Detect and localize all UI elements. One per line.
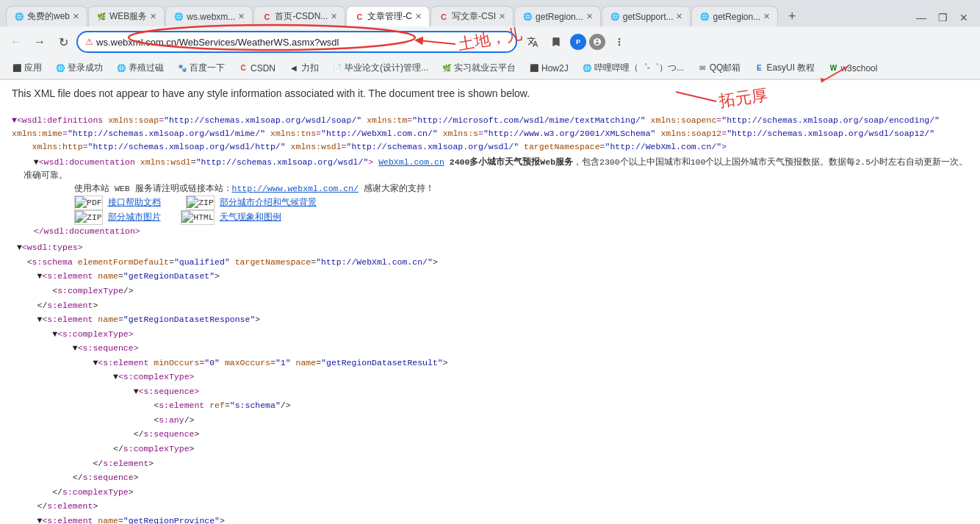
tab-2-label: WEB服务 xyxy=(109,10,147,23)
bookmark-job-label: 实习就业云平台 xyxy=(454,62,516,74)
csdn-icon: C xyxy=(238,63,248,73)
login-icon: 🌐 xyxy=(55,63,65,73)
restore-icon[interactable]: ❐ xyxy=(938,12,948,24)
tab-2-close[interactable]: ✕ xyxy=(150,12,156,21)
tab-9-close[interactable]: ✕ xyxy=(763,12,770,21)
bookmark-job[interactable]: 🌿 实习就业云平台 xyxy=(436,60,522,76)
bookmark-farming[interactable]: 🌐 养殖过磁 xyxy=(110,60,170,76)
extensions-area: P xyxy=(570,34,605,50)
translate-icon[interactable] xyxy=(523,32,542,51)
tab-1-favicon: 🌐 xyxy=(14,12,24,22)
bookmark-qqmail[interactable]: ✉ QQ邮箱 xyxy=(691,60,747,76)
insecure-icon: ⚠ xyxy=(85,37,93,47)
new-tab-button[interactable]: + xyxy=(782,6,802,26)
bookmark-w3school[interactable]: W w3school xyxy=(822,62,883,75)
bookmarks-bar: ⬛ 应用 🌐 登录成功 🌐 养殖过磁 🐾 百度一下 C CSDN ◀ 力扣 📄 … xyxy=(0,57,980,79)
bookmark-apps[interactable]: ⬛ 应用 xyxy=(6,60,48,76)
tab-9-label: getRegion... xyxy=(713,12,760,22)
bookmark-easyui-label: EasyUI 教程 xyxy=(766,62,815,74)
thesis-icon: 📄 xyxy=(332,63,342,73)
tab-8-label: getSupport... xyxy=(623,12,674,22)
bilibili-icon: 🌐 xyxy=(582,63,592,73)
extension-icon-2[interactable] xyxy=(589,34,605,50)
toolbar-right: P xyxy=(523,32,629,51)
tab-2-favicon: 🌿 xyxy=(96,12,107,22)
extension-icon-1[interactable]: P xyxy=(570,34,586,50)
menu-icon[interactable] xyxy=(610,32,629,51)
forward-button[interactable]: → xyxy=(29,32,50,52)
tab-4[interactable]: C 首页-CSDN... ✕ xyxy=(253,6,345,26)
tab-5[interactable]: C 文章管理-C ✕ xyxy=(346,6,430,26)
baidu-icon: 🐾 xyxy=(177,63,187,73)
tab-6-label: 写文章-CSI xyxy=(452,10,496,23)
tab-7-close[interactable]: ✕ xyxy=(586,12,593,21)
wsdl-definitions-tag: ▼<wsdl:definitions xmlns:soap="http://sc… xyxy=(12,114,968,153)
back-button[interactable]: ← xyxy=(6,32,26,52)
bookmark-how2j[interactable]: ⬛ How2J xyxy=(523,62,574,75)
easyui-icon: E xyxy=(754,63,764,73)
tab-8-favicon: 🌐 xyxy=(610,12,620,22)
bookmark-farming-label: 养殖过磁 xyxy=(129,62,164,74)
tab-6[interactable]: C 写文章-CSI ✕ xyxy=(430,6,514,26)
tab-8[interactable]: 🌐 getSupport... ✕ xyxy=(602,6,691,26)
bookmark-thesis[interactable]: 📄 毕业论文(设计)管理... xyxy=(326,60,434,76)
xml-content: ▼<wsdl:definitions xmlns:soap="http://sc… xyxy=(12,114,968,524)
tab-6-favicon: C xyxy=(439,12,449,22)
bookmark-qqmail-label: QQ邮箱 xyxy=(710,62,741,74)
tab-1[interactable]: 🌐 免费的web ✕ xyxy=(6,6,87,26)
tab-1-label: 免费的web xyxy=(27,10,70,23)
tab-4-label: 首页-CSDN... xyxy=(275,10,328,23)
tab-6-close[interactable]: ✕ xyxy=(499,12,505,21)
address-bar-row: ← → ↻ ⚠ ws.webxml.com.cn/WebServices/Wea… xyxy=(0,26,980,57)
close-icon[interactable]: ✕ xyxy=(959,12,968,24)
tab-5-close[interactable]: ✕ xyxy=(415,12,422,21)
job-icon: 🌿 xyxy=(442,63,452,73)
tab-5-label: 文章管理-C xyxy=(367,10,412,23)
bookmark-leetcode[interactable]: ◀ 力扣 xyxy=(283,60,325,76)
bookmark-baidu[interactable]: 🐾 百度一下 xyxy=(171,60,231,76)
tab-7-label: getRegion... xyxy=(536,12,583,22)
bookmark-bilibili[interactable]: 🌐 哔哩哔哩（゜-゜）つ... xyxy=(576,60,690,76)
tab-7[interactable]: 🌐 getRegion... ✕ xyxy=(514,6,601,26)
tab-9[interactable]: 🌐 getRegion... ✕ xyxy=(691,6,778,26)
tab-3-close[interactable]: ✕ xyxy=(238,12,245,21)
bookmark-thesis-label: 毕业论文(设计)管理... xyxy=(345,62,428,74)
tab-bar: 🌐 免费的web ✕ 🌿 WEB服务 ✕ 🌐 ws.webxm... ✕ C 首… xyxy=(0,0,980,26)
bookmark-login[interactable]: 🌐 登录成功 xyxy=(49,60,109,76)
bookmark-easyui[interactable]: E EasyUI 教程 xyxy=(748,60,821,76)
bookmark-how2j-label: How2J xyxy=(541,63,569,73)
tab-7-favicon: 🌐 xyxy=(522,12,533,22)
tab-4-close[interactable]: ✕ xyxy=(331,12,337,21)
tab-4-favicon: C xyxy=(262,12,272,22)
tab-8-close[interactable]: ✕ xyxy=(676,12,682,21)
bookmark-csdn[interactable]: C CSDN xyxy=(232,62,281,75)
wsdl-types: ▼<wsdl:types> <s:schema elementFormDefau… xyxy=(12,240,968,524)
tab-3-favicon: 🌐 xyxy=(173,12,184,22)
window-controls: — ❐ ✕ xyxy=(916,12,974,26)
bookmark-icon[interactable] xyxy=(547,32,566,51)
tab-1-close[interactable]: ✕ xyxy=(73,12,79,21)
info-message: This XML file does not appear to have an… xyxy=(12,87,968,105)
bookmark-w3school-label: w3school xyxy=(840,63,877,73)
tab-5-favicon: C xyxy=(354,12,364,22)
farming-icon: 🌐 xyxy=(116,63,126,73)
bookmark-apps-label: 应用 xyxy=(24,62,42,74)
apps-icon: ⬛ xyxy=(12,63,22,73)
tab-2[interactable]: 🌿 WEB服务 ✕ xyxy=(88,6,165,26)
page-content: This XML file does not appear to have an… xyxy=(0,80,980,524)
browser-chrome: 🌐 免费的web ✕ 🌿 WEB服务 ✕ 🌐 ws.webxm... ✕ C 首… xyxy=(0,0,980,80)
how2j-icon: ⬛ xyxy=(529,63,539,73)
bookmark-login-label: 登录成功 xyxy=(68,62,103,74)
bookmark-baidu-label: 百度一下 xyxy=(190,62,225,74)
bookmark-leetcode-label: 力扣 xyxy=(301,62,319,74)
tab-3[interactable]: 🌐 ws.webxm... ✕ xyxy=(165,6,253,26)
bookmark-csdn-label: CSDN xyxy=(251,63,275,73)
tab-9-favicon: 🌐 xyxy=(699,12,710,22)
url-display: ws.webxml.com.cn/WebServices/WeatherWS.a… xyxy=(96,37,508,48)
bookmark-bilibili-label: 哔哩哔哩（゜-゜）つ... xyxy=(594,62,684,74)
refresh-button[interactable]: ↻ xyxy=(53,32,73,52)
leetcode-icon: ◀ xyxy=(289,63,299,73)
minimize-icon[interactable]: — xyxy=(916,12,926,24)
address-bar[interactable]: ⚠ ws.webxml.com.cn/WebServices/WeatherWS… xyxy=(76,31,517,53)
wsdl-documentation: ▼<wsdl:documentation xmlns:wsdl="http://… xyxy=(12,156,968,237)
